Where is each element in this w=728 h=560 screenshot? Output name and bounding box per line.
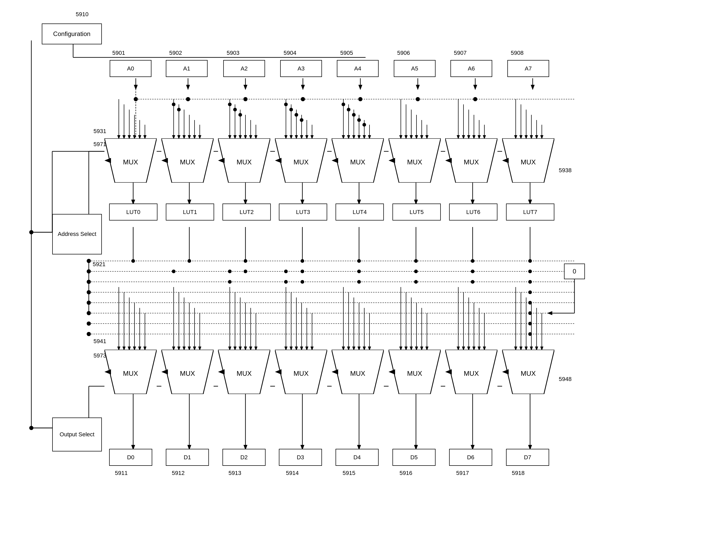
svg-point-204 xyxy=(362,123,366,127)
d7-num: 5918 xyxy=(512,470,525,476)
svg-point-176 xyxy=(87,259,91,263)
svg-point-203 xyxy=(357,118,361,122)
svg-point-192 xyxy=(177,108,181,111)
svg-marker-244 xyxy=(218,158,225,163)
svg-point-219 xyxy=(414,270,418,273)
svg-point-209 xyxy=(357,259,361,263)
bot-mux-left-num: 5941 xyxy=(93,338,106,345)
svg-text:MUX: MUX xyxy=(407,158,422,166)
bot-mux2: MUX xyxy=(218,350,270,394)
svg-text:MUX: MUX xyxy=(123,369,138,377)
a6-num: 5907 xyxy=(454,50,467,56)
svg-point-182 xyxy=(87,321,91,326)
svg-text:MUX: MUX xyxy=(407,369,422,377)
top-mux4: MUX xyxy=(332,138,384,183)
svg-point-187 xyxy=(301,97,305,101)
svg-point-185 xyxy=(186,97,190,101)
svg-point-230 xyxy=(528,301,532,304)
svg-point-202 xyxy=(352,113,356,117)
bot-mux6: MUX xyxy=(445,350,497,394)
svg-marker-247 xyxy=(275,158,281,163)
svg-point-232 xyxy=(528,322,532,325)
svg-marker-283 xyxy=(502,369,509,374)
svg-point-217 xyxy=(301,270,304,273)
a5-box: A5 xyxy=(394,60,436,77)
a4-num: 5905 xyxy=(340,50,353,56)
a4-box: A4 xyxy=(337,60,379,77)
top-mux2: MUX xyxy=(218,138,270,183)
svg-text:MUX: MUX xyxy=(237,158,252,166)
d6-box: D6 xyxy=(449,449,492,466)
d2-num: 5913 xyxy=(228,470,241,476)
lut0-box: LUT0 xyxy=(109,204,157,221)
svg-text:MUX: MUX xyxy=(350,369,365,377)
lut-line-label: 5921 xyxy=(93,261,105,268)
d3-num: 5914 xyxy=(286,470,299,476)
bot-mux1: MUX xyxy=(161,350,214,394)
svg-point-181 xyxy=(87,311,91,315)
lut4-box: LUT4 xyxy=(336,204,384,221)
svg-point-208 xyxy=(301,259,304,263)
svg-point-186 xyxy=(243,97,248,101)
svg-text:MUX: MUX xyxy=(521,369,536,377)
svg-marker-256 xyxy=(445,158,452,163)
a7-num: 5908 xyxy=(511,50,524,56)
svg-marker-265 xyxy=(161,369,168,374)
svg-marker-253 xyxy=(389,158,395,163)
svg-point-184 xyxy=(134,97,138,101)
svg-point-231 xyxy=(528,311,532,315)
svg-marker-271 xyxy=(275,369,281,374)
svg-point-189 xyxy=(416,97,420,101)
svg-point-223 xyxy=(301,280,304,283)
svg-point-214 xyxy=(228,270,232,273)
lut6-box: LUT6 xyxy=(449,204,497,221)
address-select-box: Address Select xyxy=(52,214,102,255)
a2-num: 5903 xyxy=(227,50,239,56)
svg-marker-277 xyxy=(389,369,395,374)
svg-point-193 xyxy=(228,103,232,106)
bot-mux0: MUX xyxy=(104,350,157,394)
svg-point-211 xyxy=(471,259,474,263)
output-select-box: Output Select xyxy=(52,417,102,451)
a3-box: A3 xyxy=(280,60,322,77)
svg-marker-262 xyxy=(104,369,111,374)
d0-num: 5911 xyxy=(115,470,128,476)
svg-point-188 xyxy=(358,97,362,101)
d1-num: 5912 xyxy=(172,470,185,476)
svg-point-216 xyxy=(284,270,288,273)
svg-marker-241 xyxy=(161,158,168,163)
config-num-label: 5910 xyxy=(76,11,89,18)
svg-text:MUX: MUX xyxy=(237,369,252,377)
svg-text:MUX: MUX xyxy=(464,369,479,377)
svg-point-221 xyxy=(228,280,232,283)
svg-text:MUX: MUX xyxy=(350,158,365,166)
lut5-box: LUT5 xyxy=(392,204,441,221)
svg-point-206 xyxy=(187,259,191,263)
svg-point-198 xyxy=(295,113,298,117)
svg-marker-250 xyxy=(332,158,338,163)
top-mux1: MUX xyxy=(161,138,214,183)
svg-point-224 xyxy=(357,280,361,283)
bot-mux-right-num: 5948 xyxy=(559,376,572,382)
bot-mux5: MUX xyxy=(389,350,441,394)
svg-point-200 xyxy=(342,103,345,106)
bot-mux4: MUX xyxy=(332,350,384,394)
svg-point-212 xyxy=(528,259,532,263)
lut2-box: LUT2 xyxy=(222,204,271,221)
svg-text:MUX: MUX xyxy=(293,369,309,377)
svg-point-220 xyxy=(471,270,474,273)
svg-text:MUX: MUX xyxy=(464,158,479,166)
d4-box: D4 xyxy=(336,449,379,466)
d7-box: D7 xyxy=(506,449,549,466)
svg-point-180 xyxy=(87,300,91,305)
a5-num: 5906 xyxy=(397,50,410,56)
zero-box: 0 xyxy=(564,264,585,279)
top-mux7: MUX xyxy=(502,138,554,183)
svg-point-194 xyxy=(233,108,237,111)
svg-point-178 xyxy=(87,280,91,284)
svg-point-191 xyxy=(172,103,175,106)
svg-text:MUX: MUX xyxy=(293,158,309,166)
svg-marker-268 xyxy=(218,369,225,374)
svg-point-234 xyxy=(29,230,33,234)
d1-box: D1 xyxy=(166,449,209,466)
